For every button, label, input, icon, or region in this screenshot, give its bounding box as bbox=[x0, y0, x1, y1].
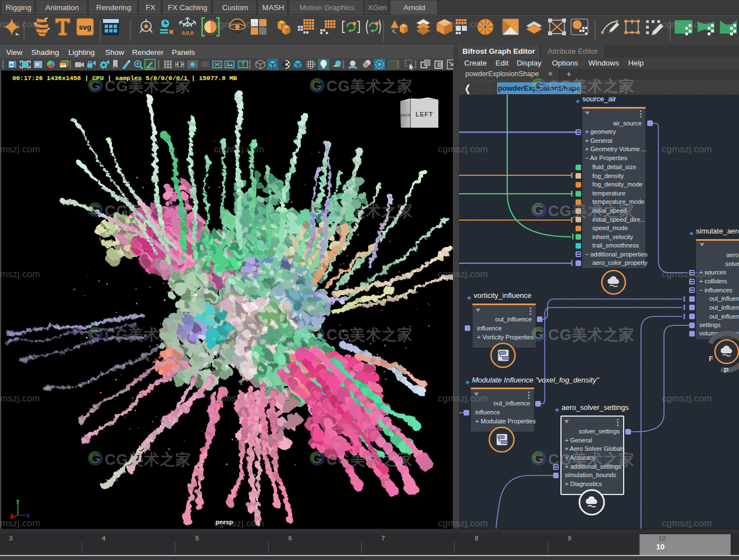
svg-text:svg: svg bbox=[79, 23, 91, 31]
svg-text:LEFT: LEFT bbox=[415, 111, 433, 118]
svg-text:T: T bbox=[241, 62, 245, 68]
svg-text:A: A bbox=[10, 62, 13, 67]
svg-text:y: y bbox=[16, 498, 20, 504]
svg-text:0,0,0: 0,0,0 bbox=[181, 30, 193, 36]
svg-text:BACK: BACK bbox=[400, 113, 411, 117]
